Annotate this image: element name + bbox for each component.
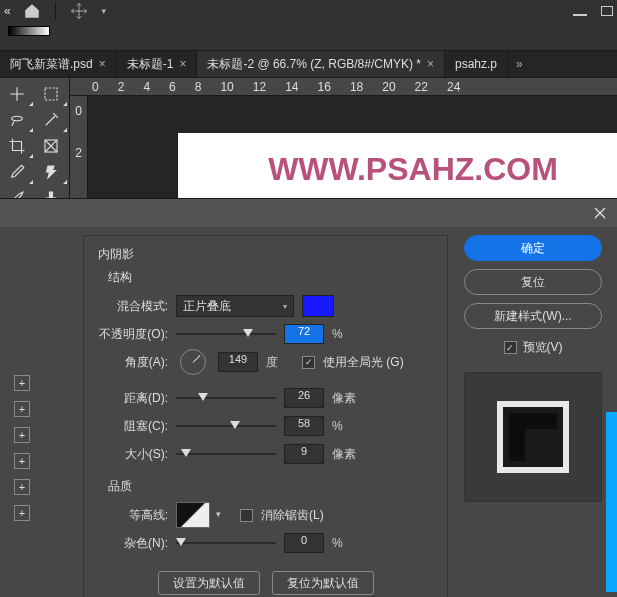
shadow-color-picker[interactable] [302,295,334,317]
contour-label: 等高线: [98,507,168,524]
choke-input[interactable]: 58 [284,416,324,436]
tab-label: psahz.p [455,57,497,71]
tab-label: 未标题-1 [127,56,174,73]
add-effect-icon[interactable]: + [14,427,30,443]
section-quality: 品质 [108,478,433,495]
global-light-label: 使用全局光 (G) [323,354,404,371]
antialias-checkbox[interactable] [240,509,253,522]
tab-label: 未标题-2 @ 66.7% (Z, RGB/8#/CMYK) * [207,56,421,73]
preview-checkbox[interactable] [504,341,517,354]
tab-doc-3[interactable]: 未标题-2 @ 66.7% (Z, RGB/8#/CMYK) *× [197,51,445,77]
antialias-label: 消除锯齿(L) [261,507,324,524]
add-effect-icon[interactable]: + [14,505,30,521]
add-effect-icon[interactable]: + [14,375,30,391]
blend-mode-select[interactable]: 正片叠底▾ [176,295,294,317]
angle-dial[interactable] [180,349,206,375]
right-edge-strip [606,412,617,592]
effect-preview [464,372,602,502]
angle-input[interactable]: 149 [218,352,258,372]
watermark-text: WWW.PSAHZ.COM [178,151,617,188]
effects-list: + + + + + + [12,235,67,597]
ok-button[interactable]: 确定 [464,235,602,261]
distance-label: 距离(D): [98,390,168,407]
opacity-slider[interactable] [176,327,276,341]
svg-rect-0 [45,88,57,100]
tab-doc-4[interactable]: psahz.p [445,51,508,77]
chevron-down-icon[interactable]: ▼ [100,7,108,16]
opacity-label: 不透明度(O): [98,326,168,343]
wand-tool-icon[interactable] [34,107,68,133]
distance-input[interactable]: 26 [284,388,324,408]
section-structure: 结构 [108,269,433,286]
eyedropper-tool-icon[interactable] [0,159,34,185]
tab-label: 阿飞新菜谱.psd [10,56,93,73]
reset-default-button[interactable]: 复位为默认值 [272,571,374,595]
move-icon[interactable] [70,2,88,20]
noise-slider[interactable] [176,536,276,550]
distance-slider[interactable] [176,391,276,405]
contour-picker[interactable]: ▾ [176,502,210,528]
heal-tool-icon[interactable] [34,159,68,185]
marquee-tool-icon[interactable] [34,81,68,107]
layer-style-dialog: + + + + + + 内阴影 结构 混合模式: 正片叠底▾ 不透明度(O): … [0,198,617,597]
new-style-button[interactable]: 新建样式(W)... [464,303,602,329]
document-tabs: 阿飞新菜谱.psd× 未标题-1× 未标题-2 @ 66.7% (Z, RGB/… [0,50,617,78]
cancel-button[interactable]: 复位 [464,269,602,295]
frame-tool-icon[interactable] [34,133,68,159]
add-effect-icon[interactable]: + [14,479,30,495]
lasso-tool-icon[interactable] [0,107,34,133]
preview-label: 预览(V) [523,339,563,356]
angle-label: 角度(A): [98,354,168,371]
blend-mode-label: 混合模式: [98,298,168,315]
ruler-horizontal: 024681012141618202224 [70,78,617,96]
collapse-icon[interactable]: « [4,4,11,18]
effect-title: 内阴影 [98,246,433,263]
add-effect-icon[interactable]: + [14,453,30,469]
choke-slider[interactable] [176,419,276,433]
window-max-icon[interactable] [601,6,613,16]
tab-doc-1[interactable]: 阿飞新菜谱.psd× [0,51,117,77]
close-icon[interactable]: × [427,57,434,71]
dialog-close-icon[interactable] [593,206,607,220]
close-icon[interactable]: × [179,57,186,71]
move-tool-icon[interactable] [0,81,34,107]
add-effect-icon[interactable]: + [14,401,30,417]
tab-doc-2[interactable]: 未标题-1× [117,51,198,77]
set-default-button[interactable]: 设置为默认值 [158,571,260,595]
gradient-preview[interactable] [8,26,50,36]
choke-label: 阻塞(C): [98,418,168,435]
noise-label: 杂色(N): [98,535,168,552]
tabs-overflow-icon[interactable]: » [508,51,531,77]
noise-input[interactable]: 0 [284,533,324,553]
window-min-icon[interactable] [573,14,587,16]
opacity-input[interactable]: 72 [284,324,324,344]
size-input[interactable]: 9 [284,444,324,464]
size-label: 大小(S): [98,446,168,463]
crop-tool-icon[interactable] [0,133,34,159]
global-light-checkbox[interactable] [302,356,315,369]
size-slider[interactable] [176,447,276,461]
home-icon[interactable] [23,2,41,20]
close-icon[interactable]: × [99,57,106,71]
